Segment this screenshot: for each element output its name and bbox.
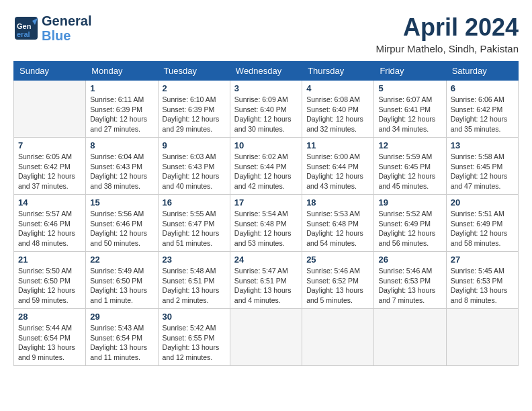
- sunset-text: Sunset: 6:48 PM: [306, 220, 359, 228]
- day-cell: 13Sunrise: 5:58 AMSunset: 6:45 PMDayligh…: [446, 138, 518, 195]
- day-info: Sunrise: 5:44 AMSunset: 6:54 PMDaylight:…: [18, 323, 81, 363]
- sunset-text: Sunset: 6:47 PM: [163, 220, 215, 228]
- daylight-text: Daylight: 12 hours and 50 minutes.: [90, 229, 147, 247]
- day-cell: 15Sunrise: 5:56 AMSunset: 6:46 PMDayligh…: [86, 195, 158, 252]
- sunset-text: Sunset: 6:50 PM: [90, 277, 142, 285]
- daylight-text: Daylight: 13 hours and 1 minute.: [90, 286, 147, 304]
- day-number: 15: [90, 197, 153, 208]
- daylight-text: Daylight: 12 hours and 58 minutes.: [451, 229, 508, 247]
- day-cell: 1Sunrise: 6:11 AMSunset: 6:39 PMDaylight…: [86, 81, 158, 138]
- header-thursday: Thursday: [302, 62, 374, 81]
- day-info: Sunrise: 6:10 AMSunset: 6:39 PMDaylight:…: [163, 95, 226, 134]
- header-sunday: Sunday: [14, 62, 86, 81]
- daylight-text: Daylight: 12 hours and 47 minutes.: [451, 172, 508, 190]
- day-info: Sunrise: 5:52 AMSunset: 6:49 PMDaylight:…: [378, 209, 441, 248]
- sunrise-text: Sunrise: 6:04 AM: [90, 152, 144, 161]
- day-number: 25: [306, 255, 369, 265]
- day-number: 17: [234, 197, 298, 208]
- day-info: Sunrise: 5:57 AMSunset: 6:46 PMDaylight:…: [18, 209, 81, 248]
- daylight-text: Daylight: 12 hours and 43 minutes.: [306, 172, 363, 190]
- week-row-3: 14Sunrise: 5:57 AMSunset: 6:46 PMDayligh…: [14, 195, 519, 252]
- day-number: 27: [451, 255, 514, 265]
- day-number: 8: [90, 140, 153, 150]
- day-number: 4: [306, 83, 369, 93]
- sunset-text: Sunset: 6:39 PM: [90, 105, 142, 113]
- daylight-text: Daylight: 12 hours and 54 minutes.: [306, 229, 363, 247]
- sunrise-text: Sunrise: 5:58 AM: [451, 152, 504, 161]
- sunset-text: Sunset: 6:51 PM: [163, 277, 215, 285]
- sunset-text: Sunset: 6:48 PM: [234, 220, 287, 228]
- sunset-text: Sunset: 6:49 PM: [451, 220, 503, 228]
- sunrise-text: Sunrise: 6:02 AM: [234, 152, 288, 161]
- logo-line2: Blue: [42, 28, 91, 43]
- daylight-text: Daylight: 13 hours and 12 minutes.: [163, 343, 220, 361]
- header-row: SundayMondayTuesdayWednesdayThursdayFrid…: [14, 62, 519, 81]
- sunset-text: Sunset: 6:54 PM: [18, 334, 71, 342]
- day-info: Sunrise: 5:48 AMSunset: 6:51 PMDaylight:…: [163, 266, 226, 306]
- day-number: 2: [163, 83, 226, 93]
- sunrise-text: Sunrise: 6:07 AM: [378, 95, 432, 103]
- sunrise-text: Sunrise: 6:03 AM: [163, 152, 216, 161]
- sunset-text: Sunset: 6:41 PM: [378, 105, 431, 113]
- sunrise-text: Sunrise: 5:47 AM: [234, 267, 288, 275]
- sunrise-text: Sunrise: 6:10 AM: [163, 95, 216, 103]
- day-cell: 27Sunrise: 5:45 AMSunset: 6:53 PMDayligh…: [446, 252, 518, 309]
- day-number: 6: [451, 83, 514, 93]
- sunrise-text: Sunrise: 5:53 AM: [306, 210, 360, 218]
- day-info: Sunrise: 6:00 AMSunset: 6:44 PMDaylight:…: [306, 152, 369, 191]
- sunrise-text: Sunrise: 5:45 AM: [451, 267, 504, 275]
- svg-text:eral: eral: [17, 30, 30, 38]
- sunrise-text: Sunrise: 6:08 AM: [306, 95, 360, 103]
- sunrise-text: Sunrise: 6:06 AM: [451, 95, 504, 103]
- week-row-1: 1Sunrise: 6:11 AMSunset: 6:39 PMDaylight…: [14, 81, 519, 138]
- day-info: Sunrise: 6:02 AMSunset: 6:44 PMDaylight:…: [234, 152, 298, 191]
- header-saturday: Saturday: [446, 62, 518, 81]
- sunrise-text: Sunrise: 5:46 AM: [306, 267, 360, 275]
- day-cell: 30Sunrise: 5:42 AMSunset: 6:55 PMDayligh…: [158, 309, 230, 366]
- day-info: Sunrise: 5:47 AMSunset: 6:51 PMDaylight:…: [234, 266, 298, 306]
- sunrise-text: Sunrise: 5:52 AM: [378, 210, 432, 218]
- daylight-text: Daylight: 12 hours and 27 minutes.: [90, 115, 147, 133]
- day-info: Sunrise: 5:51 AMSunset: 6:49 PMDaylight:…: [451, 209, 514, 248]
- day-cell: 5Sunrise: 6:07 AMSunset: 6:41 PMDaylight…: [374, 81, 446, 138]
- sunset-text: Sunset: 6:49 PM: [378, 220, 431, 228]
- daylight-text: Daylight: 12 hours and 37 minutes.: [18, 172, 75, 190]
- day-cell: [446, 309, 518, 366]
- sunrise-text: Sunrise: 5:48 AM: [163, 267, 216, 275]
- sunrise-text: Sunrise: 5:42 AM: [163, 324, 216, 332]
- day-number: 18: [306, 197, 369, 208]
- daylight-text: Daylight: 12 hours and 30 minutes.: [234, 115, 292, 133]
- logo-icon: Gen eral: [13, 15, 39, 41]
- page-header: Gen eral General Blue April 2024 Mirpur …: [13, 13, 519, 54]
- sunset-text: Sunset: 6:46 PM: [90, 220, 142, 228]
- day-cell: [14, 81, 86, 138]
- daylight-text: Daylight: 13 hours and 9 minutes.: [18, 343, 75, 361]
- daylight-text: Daylight: 13 hours and 2 minutes.: [163, 286, 220, 304]
- location: Mirpur Mathelo, Sindh, Pakistan: [375, 43, 519, 54]
- day-cell: [230, 309, 302, 366]
- day-info: Sunrise: 5:46 AMSunset: 6:52 PMDaylight:…: [306, 266, 369, 306]
- daylight-text: Daylight: 12 hours and 38 minutes.: [90, 172, 147, 190]
- day-cell: 18Sunrise: 5:53 AMSunset: 6:48 PMDayligh…: [302, 195, 374, 252]
- sunset-text: Sunset: 6:39 PM: [163, 105, 215, 113]
- sunset-text: Sunset: 6:44 PM: [234, 163, 287, 171]
- logo-line1: General: [42, 13, 91, 28]
- day-info: Sunrise: 6:09 AMSunset: 6:40 PMDaylight:…: [234, 95, 298, 134]
- sunset-text: Sunset: 6:43 PM: [90, 163, 142, 171]
- sunset-text: Sunset: 6:46 PM: [18, 220, 71, 228]
- daylight-text: Daylight: 12 hours and 40 minutes.: [163, 172, 220, 190]
- daylight-text: Daylight: 12 hours and 29 minutes.: [163, 115, 220, 133]
- sunset-text: Sunset: 6:45 PM: [451, 163, 503, 171]
- sunrise-text: Sunrise: 6:09 AM: [234, 95, 288, 103]
- day-cell: 3Sunrise: 6:09 AMSunset: 6:40 PMDaylight…: [230, 81, 302, 138]
- sunrise-text: Sunrise: 5:43 AM: [90, 324, 144, 332]
- sunrise-text: Sunrise: 5:55 AM: [163, 210, 216, 218]
- sunrise-text: Sunrise: 5:51 AM: [451, 210, 504, 218]
- calendar-table: SundayMondayTuesdayWednesdayThursdayFrid…: [13, 61, 519, 366]
- header-friday: Friday: [374, 62, 446, 81]
- header-monday: Monday: [86, 62, 158, 81]
- day-info: Sunrise: 6:03 AMSunset: 6:43 PMDaylight:…: [163, 152, 226, 191]
- sunrise-text: Sunrise: 6:05 AM: [18, 152, 72, 161]
- day-cell: 29Sunrise: 5:43 AMSunset: 6:54 PMDayligh…: [86, 309, 158, 366]
- day-info: Sunrise: 6:08 AMSunset: 6:40 PMDaylight:…: [306, 95, 369, 134]
